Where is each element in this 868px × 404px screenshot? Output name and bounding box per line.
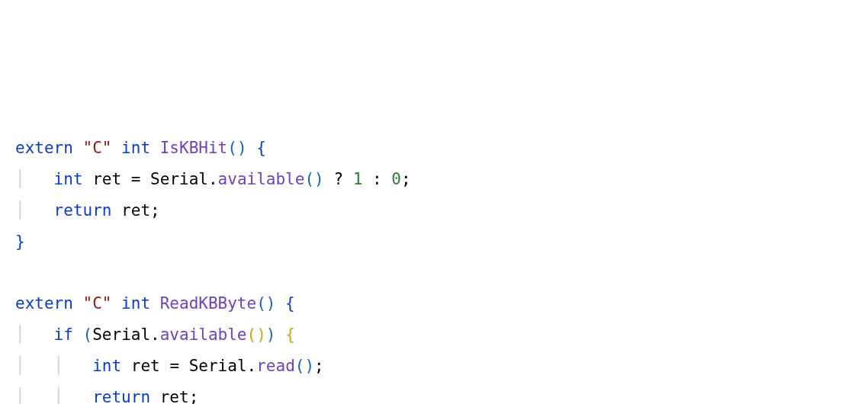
dot: . <box>208 170 218 188</box>
indent-guide-icon: │ <box>54 388 64 404</box>
rparen: ) <box>256 325 266 344</box>
ident-ret: ret <box>160 388 189 404</box>
rparen: ) <box>266 294 276 313</box>
code-line: extern "C" int ReadKBByte() { <box>15 288 853 319</box>
code-line: } <box>15 226 853 258</box>
code-line <box>15 258 853 289</box>
string-literal: "C" <box>83 294 112 313</box>
lbrace: { <box>285 325 295 344</box>
indent-guide-icon: │ <box>15 201 25 220</box>
rbrace: } <box>15 232 25 251</box>
lparen: ( <box>304 170 314 188</box>
fn-iskbhit: IsKBHit <box>160 139 228 157</box>
op-eq: = <box>131 170 141 188</box>
op-ternary-q: ? <box>333 170 343 188</box>
keyword-int: int <box>92 357 121 375</box>
fn-available: available <box>160 325 247 344</box>
lbrace: { <box>285 294 295 313</box>
code-line: extern "C" int IsKBHit() { <box>15 133 853 164</box>
dot: . <box>150 325 160 344</box>
dot: . <box>247 357 257 375</box>
fn-readkbbyte: ReadKBByte <box>160 294 256 313</box>
keyword-if: if <box>54 325 73 344</box>
num-one: 1 <box>353 170 363 188</box>
ident-ret: ret <box>92 170 121 188</box>
ident-serial: Serial <box>150 170 208 188</box>
indent-guide-icon: │ <box>15 170 25 188</box>
ident-ret: ret <box>131 357 160 375</box>
lparen: ( <box>227 139 237 157</box>
keyword-extern: extern <box>15 139 73 157</box>
indent-guide-icon: │ <box>15 388 25 404</box>
semi: ; <box>314 357 324 375</box>
string-literal: "C" <box>83 139 112 157</box>
ident-serial: Serial <box>189 357 247 375</box>
keyword-int: int <box>121 294 150 313</box>
keyword-return: return <box>92 388 150 404</box>
indent-guide-icon: │ <box>15 325 25 344</box>
rparen: ) <box>314 170 324 188</box>
indent-guide-icon: │ <box>54 357 64 375</box>
lparen: ( <box>295 357 305 375</box>
rparen: ) <box>304 357 314 375</box>
ident-ret: ret <box>121 201 150 220</box>
code-editor: extern "C" int IsKBHit() {│ int ret = Se… <box>15 133 853 404</box>
code-line: │ return ret; <box>15 195 853 226</box>
keyword-extern: extern <box>15 294 73 313</box>
fn-read: read <box>256 357 295 375</box>
indent-guide-icon: │ <box>15 357 25 375</box>
fn-available: available <box>218 170 305 188</box>
semi: ; <box>401 170 411 188</box>
lparen: ( <box>256 294 266 313</box>
code-line: │ │ return ret; <box>15 382 853 404</box>
num-zero: 0 <box>391 170 401 188</box>
rparen: ) <box>237 139 247 157</box>
code-line: │ int ret = Serial.available() ? 1 : 0; <box>15 164 853 195</box>
keyword-int: int <box>121 139 150 157</box>
code-line: │ if (Serial.available()) { <box>15 319 853 351</box>
ident-serial: Serial <box>92 325 150 344</box>
rparen: ) <box>266 325 276 344</box>
lbrace: { <box>256 139 266 157</box>
keyword-return: return <box>54 201 112 220</box>
op-ternary-colon: : <box>372 170 382 188</box>
lparen: ( <box>83 325 93 344</box>
op-eq: = <box>169 357 179 375</box>
lparen: ( <box>247 325 257 344</box>
semi: ; <box>150 201 160 220</box>
code-line: │ │ int ret = Serial.read(); <box>15 351 853 382</box>
keyword-int: int <box>54 170 83 188</box>
semi: ; <box>189 388 199 404</box>
